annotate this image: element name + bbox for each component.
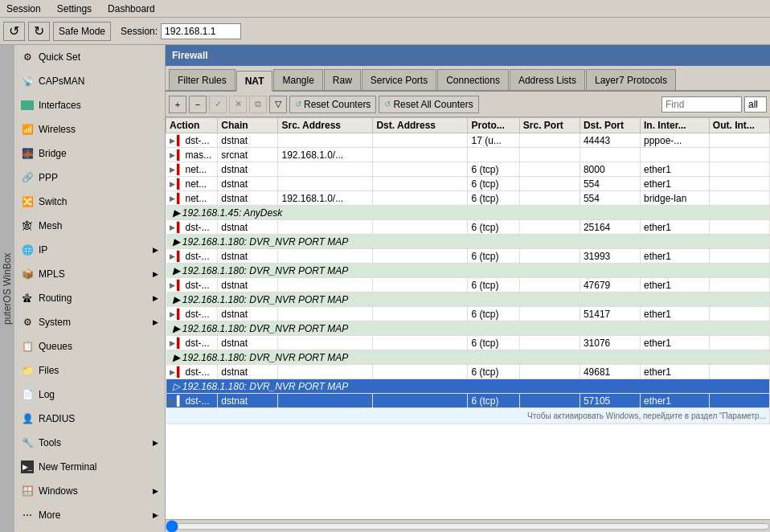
copy-button[interactable]: ⧉ xyxy=(249,96,267,113)
cell-dst xyxy=(373,365,468,379)
sidebar-item-mesh[interactable]: 🕸 Mesh xyxy=(14,214,165,238)
check-button[interactable]: ✓ xyxy=(209,96,227,113)
sidebar-label-quick-set: Quick Set xyxy=(39,51,80,63)
table-row[interactable]: ▶▍net... dstnat 6 (tcp) 554 ether1 xyxy=(166,177,770,191)
sidebar-item-ip[interactable]: 🌐 IP ▶ xyxy=(14,238,165,262)
table-row[interactable]: ▶▍dst-... dstnat 6 (tcp) 49681 ether1 xyxy=(166,365,770,379)
sidebar-item-mpls[interactable]: 📦 MPLS ▶ xyxy=(14,262,165,286)
table-row[interactable]: ▶▍dst-... dstnat 6 (tcp) 57105 ether1 xyxy=(166,394,770,408)
cross-button[interactable]: ✕ xyxy=(229,96,247,113)
sidebar-item-capsman[interactable]: 📡 CAPsMAN xyxy=(14,69,165,93)
sidebar-item-queues[interactable]: 📋 Queues xyxy=(14,334,165,358)
cell-dport: 25164 xyxy=(580,220,640,235)
table-row[interactable]: ▶▍net... dstnat 192.168.1.0/... 6 (tcp) … xyxy=(166,191,770,206)
sidebar-item-routing[interactable]: 🛣 Routing ▶ xyxy=(14,286,165,310)
undo-button[interactable]: ↺ xyxy=(3,22,25,41)
redo-button[interactable]: ↻ xyxy=(28,22,50,41)
session-input[interactable] xyxy=(161,23,241,39)
sidebar-item-wireless[interactable]: 📶 Wireless xyxy=(14,117,165,141)
tab-connections[interactable]: Connections xyxy=(437,69,509,90)
col-header-dst: Dst. Address xyxy=(373,118,468,133)
sidebar-item-more[interactable]: ⋯ More ▶ xyxy=(14,503,165,527)
table-row[interactable]: ▶▍dst-... dstnat 6 (tcp) 31993 ether1 xyxy=(166,249,770,264)
tools-arrow: ▶ xyxy=(153,439,158,447)
sidebar-item-log[interactable]: 📄 Log xyxy=(14,383,165,407)
cell-action: ▶▍net... xyxy=(166,177,218,191)
table-row[interactable]: ▶▍dst-... dstnat 6 (tcp) 25164 ether1 xyxy=(166,220,770,235)
sidebar-item-ppp[interactable]: 🔗 PPP xyxy=(14,166,165,190)
cell-proto: 6 (tcp) xyxy=(468,394,519,408)
tab-service-ports[interactable]: Service Ports xyxy=(362,69,436,90)
search-input[interactable] xyxy=(661,96,742,113)
tab-filter-rules[interactable]: Filter Rules xyxy=(169,69,236,90)
quick-set-icon: ⚙ xyxy=(21,51,34,63)
sidebar-item-system[interactable]: ⚙ System ▶ xyxy=(14,310,165,334)
table-row[interactable]: ▶ 192.168.1.180: DVR_NVR PORT MAP xyxy=(166,350,770,365)
cell-proto xyxy=(468,148,519,162)
cell-dst xyxy=(373,278,468,293)
sidebar-item-files[interactable]: 📁 Files xyxy=(14,358,165,383)
cell-out xyxy=(709,148,769,162)
cell-dst xyxy=(373,307,468,321)
cell-dport: 47679 xyxy=(580,278,640,293)
cell-out xyxy=(709,365,769,379)
tab-layer7[interactable]: Layer7 Protocols xyxy=(586,69,676,90)
wireless-icon: 📶 xyxy=(21,123,34,136)
cell-action: ▶▍net... xyxy=(166,162,218,177)
sidebar-item-radius[interactable]: 👤 RADIUS xyxy=(14,407,165,431)
table-row[interactable]: ▶▍mas... srcnat 192.168.1.0/... xyxy=(166,148,770,162)
cell-proto: 17 (u... xyxy=(468,133,519,148)
sidebar-item-windows[interactable]: 🪟 Windows ▶ xyxy=(14,479,165,503)
tab-bar: Filter Rules NAT Mangle Raw Service Port… xyxy=(166,66,770,92)
log-icon: 📄 xyxy=(21,388,34,401)
col-header-action: Action xyxy=(166,118,218,133)
table-row[interactable]: ▶▍dst-... dstnat 6 (tcp) 47679 ether1 xyxy=(166,278,770,293)
reset-counters-button[interactable]: ↺ Reset Counters xyxy=(289,96,376,113)
table-row[interactable]: ▶ 192.168.1.180: DVR_NVR PORT MAP xyxy=(166,321,770,336)
tab-address-lists[interactable]: Address Lists xyxy=(510,69,585,90)
sidebar-item-switch[interactable]: 🔀 Switch xyxy=(14,190,165,214)
col-header-in: In. Inter... xyxy=(641,118,710,133)
table-row[interactable]: ▷ 192.168.1.180: DVR_NVR PORT MAP xyxy=(166,379,770,394)
reset-all-counters-button[interactable]: ↺ Reset All Counters xyxy=(379,96,478,113)
horizontal-scrollbar[interactable] xyxy=(166,522,770,531)
table-row[interactable]: ▶ 192.168.1.180: DVR_NVR PORT MAP xyxy=(166,235,770,249)
sidebar-item-bridge[interactable]: 🌉 Bridge xyxy=(14,141,165,166)
cell-dst xyxy=(373,133,468,148)
filter-button[interactable]: ▽ xyxy=(269,96,287,113)
menu-dashboard[interactable]: Dashboard xyxy=(104,2,158,15)
table-container[interactable]: Action Chain Src. Address Dst. Address P… xyxy=(166,117,770,519)
sidebar-item-new-terminal[interactable]: ▶_ New Terminal xyxy=(14,455,165,479)
cell-dst xyxy=(373,394,468,408)
cell-action: ▶▍dst-... xyxy=(166,133,218,148)
sidebar-item-interfaces[interactable]: Interfaces xyxy=(14,93,165,117)
safe-mode-button[interactable]: Safe Mode xyxy=(53,22,111,41)
sidebar-label-bridge: Bridge xyxy=(39,148,67,159)
menu-settings[interactable]: Settings xyxy=(54,2,95,15)
more-arrow: ▶ xyxy=(153,511,158,519)
sidebar-label-radius: RADIUS xyxy=(39,413,75,424)
sidebar-item-quick-set[interactable]: ⚙ Quick Set xyxy=(14,45,165,69)
table-row[interactable]: ▶▍dst-... dstnat 6 (tcp) 31076 ether1 xyxy=(166,336,770,350)
windows-icon: 🪟 xyxy=(21,485,34,497)
table-row[interactable]: ▶ 192.168.1.180: DVR_NVR PORT MAP xyxy=(166,264,770,278)
cell-src xyxy=(278,278,373,293)
table-row[interactable]: ▶ 192.168.1.45: AnyDesk xyxy=(166,206,770,220)
sidebar-item-tools[interactable]: 🔧 Tools ▶ xyxy=(14,431,165,455)
cell-src xyxy=(278,336,373,350)
tab-nat[interactable]: NAT xyxy=(236,71,273,92)
table-row[interactable]: ▶ 192.168.1.180: DVR_NVR PORT MAP xyxy=(166,293,770,307)
ppp-icon: 🔗 xyxy=(21,171,34,184)
cell-sport xyxy=(519,162,580,177)
cell-sport xyxy=(519,177,580,191)
add-button[interactable]: + xyxy=(169,96,186,113)
table-row[interactable]: ▶▍net... dstnat 6 (tcp) 8000 ether1 xyxy=(166,162,770,177)
remove-button[interactable]: − xyxy=(189,96,207,113)
table-row[interactable]: ▶▍dst-... dstnat 17 (u... 44443 pppoe-..… xyxy=(166,133,770,148)
tab-mangle[interactable]: Mangle xyxy=(273,69,322,90)
table-row[interactable]: ▶▍dst-... dstnat 6 (tcp) 51417 ether1 xyxy=(166,307,770,321)
cell-in: ether1 xyxy=(641,278,710,293)
system-arrow: ▶ xyxy=(153,318,158,326)
menu-session[interactable]: Session xyxy=(3,2,44,15)
tab-raw[interactable]: Raw xyxy=(324,69,361,90)
